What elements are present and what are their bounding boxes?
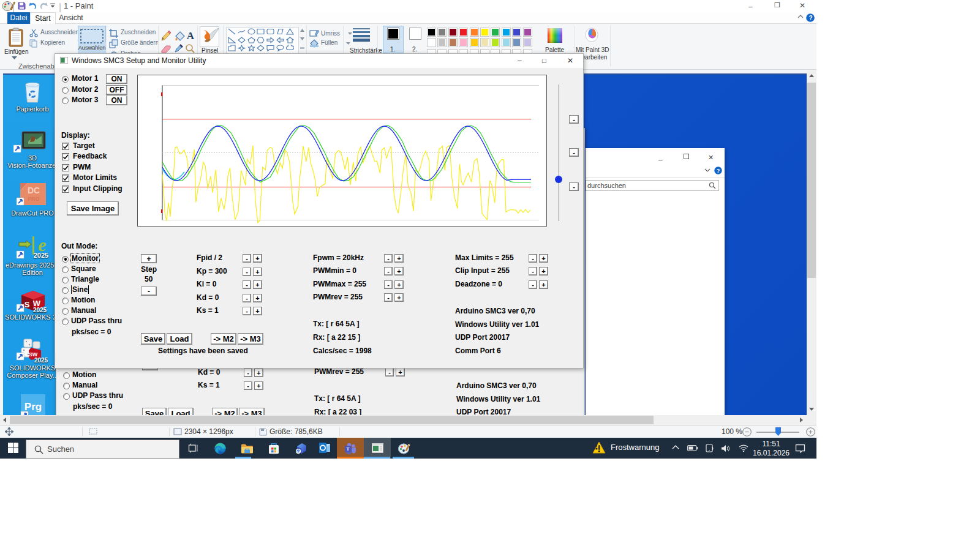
svg-text:DC: DC bbox=[28, 186, 40, 195]
svg-text:o: o bbox=[297, 448, 300, 454]
svg-text:?: ? bbox=[717, 168, 720, 174]
svg-text:2025: 2025 bbox=[34, 357, 48, 364]
svg-text:S: S bbox=[24, 300, 30, 309]
svg-text:2025: 2025 bbox=[34, 252, 48, 259]
svg-text:T: T bbox=[347, 446, 350, 451]
svg-text:A: A bbox=[187, 30, 195, 42]
svg-text:PRO: PRO bbox=[28, 196, 40, 202]
svg-text:2025: 2025 bbox=[33, 307, 47, 313]
svg-text:Prg: Prg bbox=[24, 401, 42, 413]
svg-text:?: ? bbox=[809, 15, 812, 21]
